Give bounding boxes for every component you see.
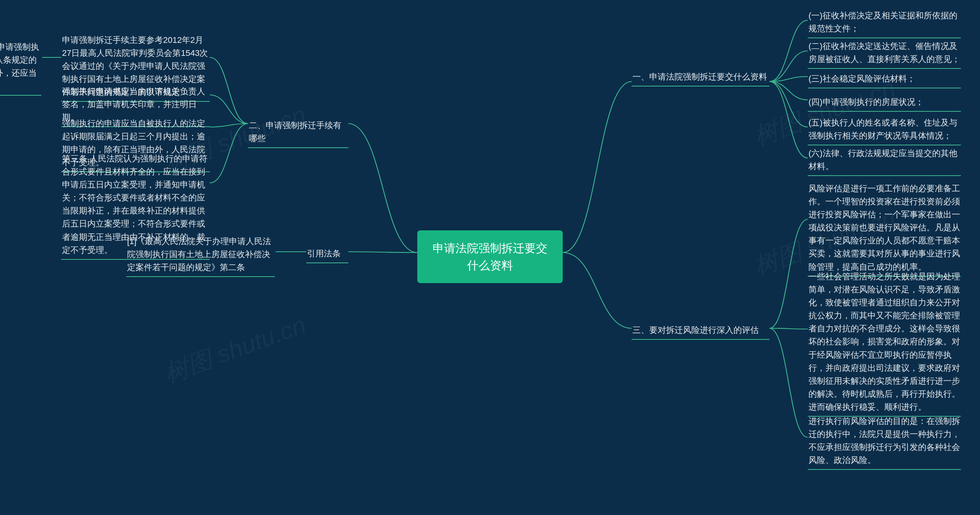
mindmap-stage: 树图 shutu.cn 树图 shutu.cn 树图 shutu.cn 树图 s… bbox=[0, 0, 980, 515]
branch-two-title[interactable]: 二、申请强制拆迁手续有哪些 bbox=[248, 117, 348, 148]
branch-three-item-c[interactable]: 进行执行前风险评估的目的是：在强制拆迁的执行中，法院只是提供一种执行力，不应承担… bbox=[808, 412, 961, 470]
branch-cite-item-a[interactable]: [1]《最高人民法院关于办理申请人民法院强制执行国有土地上房屋征收补偿决定案件若… bbox=[126, 233, 275, 277]
branch-one-item-f[interactable]: (六)法律、行政法规规定应当提交的其他材料。 bbox=[808, 145, 961, 176]
branch-one-item-c[interactable]: (三)社会稳定风险评估材料； bbox=[808, 70, 961, 88]
branch-one-item-e[interactable]: (五)被执行人的姓名或者名称、住址及与强制执行相关的财产状况等具体情况； bbox=[808, 114, 961, 145]
branch-three-item-b[interactable]: 一些社会管理活动之所失败就是因为处理简单，对潜在风险认识不足，导致矛盾激化，致使… bbox=[808, 268, 961, 417]
branch-three-title[interactable]: 三、要对拆迁风险进行深入的评估 bbox=[632, 321, 769, 340]
center-topic[interactable]: 申请法院强制拆迁要交什么资料 bbox=[417, 230, 563, 283]
branch-three-item-a[interactable]: 风险评估是进行一项工作前的必要准备工作。一个理智的投资家在进行投资前必须进行投资… bbox=[808, 180, 961, 277]
branch-one-item-d[interactable]: (四)申请强制执行的房屋状况； bbox=[808, 93, 961, 112]
branch-one-item-b[interactable]: (二)征收补偿决定送达凭证、催告情况及房屋被征收人、直接利害关系人的意见； bbox=[808, 37, 961, 69]
branch-one-title[interactable]: 一、申请法院强制拆迁要交什么资料 bbox=[632, 68, 769, 86]
branch-two-item-a-sub[interactable]: 第二条 申请机关向人民法院申请强制执行，除提供《条例》第二十八条规定的强制执行申… bbox=[0, 38, 41, 96]
watermark: 树图 shutu.cn bbox=[160, 308, 310, 390]
branch-one-item-a[interactable]: (一)征收补偿决定及相关证据和所依据的规范性文件； bbox=[808, 7, 961, 38]
branch-cite-title[interactable]: 引用法条 bbox=[306, 245, 348, 263]
